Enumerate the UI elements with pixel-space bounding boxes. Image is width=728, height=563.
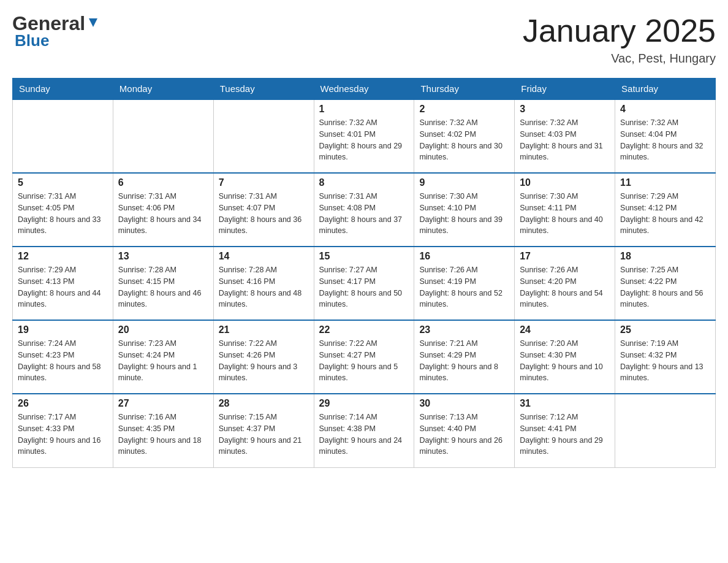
- logo-blue: Blue: [15, 31, 49, 50]
- calendar-cell: 31Sunrise: 7:12 AMSunset: 4:41 PMDayligh…: [515, 394, 615, 467]
- day-info: Sunrise: 7:22 AMSunset: 4:27 PMDaylight:…: [319, 338, 409, 384]
- day-number: 19: [18, 324, 108, 335]
- day-info: Sunrise: 7:12 AMSunset: 4:41 PMDaylight:…: [520, 412, 610, 458]
- day-info: Sunrise: 7:17 AMSunset: 4:33 PMDaylight:…: [18, 412, 108, 458]
- day-number: 31: [520, 398, 610, 409]
- day-number: 4: [620, 104, 710, 115]
- calendar-cell: 30Sunrise: 7:13 AMSunset: 4:40 PMDayligh…: [414, 394, 515, 467]
- day-number: 1: [319, 104, 409, 115]
- column-header-wednesday: Wednesday: [314, 79, 414, 100]
- column-header-tuesday: Tuesday: [213, 79, 314, 100]
- column-header-monday: Monday: [113, 79, 213, 100]
- day-info: Sunrise: 7:21 AMSunset: 4:29 PMDaylight:…: [419, 338, 509, 384]
- week-row-1: 1Sunrise: 7:32 AMSunset: 4:01 PMDaylight…: [13, 99, 716, 173]
- logo: General Blue: [12, 12, 100, 50]
- day-info: Sunrise: 7:14 AMSunset: 4:38 PMDaylight:…: [319, 412, 409, 458]
- calendar-cell: [13, 99, 113, 173]
- location: Vac, Pest, Hungary: [523, 52, 716, 66]
- calendar-cell: 11Sunrise: 7:29 AMSunset: 4:12 PMDayligh…: [615, 173, 716, 247]
- day-number: 30: [419, 398, 509, 409]
- calendar-cell: 26Sunrise: 7:17 AMSunset: 4:33 PMDayligh…: [13, 394, 113, 467]
- calendar-cell: 12Sunrise: 7:29 AMSunset: 4:13 PMDayligh…: [13, 247, 113, 320]
- calendar-cell: 22Sunrise: 7:22 AMSunset: 4:27 PMDayligh…: [314, 320, 414, 394]
- day-number: 18: [620, 251, 710, 262]
- calendar-cell: 9Sunrise: 7:30 AMSunset: 4:10 PMDaylight…: [414, 173, 515, 247]
- day-number: 20: [118, 324, 208, 335]
- calendar-cell: [213, 99, 314, 173]
- day-info: Sunrise: 7:27 AMSunset: 4:17 PMDaylight:…: [319, 264, 409, 310]
- day-number: 9: [419, 177, 509, 188]
- week-row-4: 19Sunrise: 7:24 AMSunset: 4:23 PMDayligh…: [13, 320, 716, 394]
- column-header-friday: Friday: [515, 79, 615, 100]
- day-info: Sunrise: 7:15 AMSunset: 4:37 PMDaylight:…: [219, 412, 309, 458]
- calendar-cell: [113, 99, 213, 173]
- day-number: 17: [520, 251, 610, 262]
- day-number: 5: [18, 177, 108, 188]
- day-info: Sunrise: 7:20 AMSunset: 4:30 PMDaylight:…: [520, 338, 610, 384]
- column-header-thursday: Thursday: [414, 79, 515, 100]
- day-number: 28: [219, 398, 309, 409]
- calendar-cell: 19Sunrise: 7:24 AMSunset: 4:23 PMDayligh…: [13, 320, 113, 394]
- day-info: Sunrise: 7:19 AMSunset: 4:32 PMDaylight:…: [620, 338, 710, 384]
- calendar-cell: 2Sunrise: 7:32 AMSunset: 4:02 PMDaylight…: [414, 99, 515, 173]
- day-number: 23: [419, 324, 509, 335]
- week-row-5: 26Sunrise: 7:17 AMSunset: 4:33 PMDayligh…: [13, 394, 716, 467]
- column-header-sunday: Sunday: [13, 79, 113, 100]
- day-number: 6: [118, 177, 208, 188]
- day-info: Sunrise: 7:32 AMSunset: 4:01 PMDaylight:…: [319, 117, 409, 163]
- day-info: Sunrise: 7:29 AMSunset: 4:13 PMDaylight:…: [18, 264, 108, 310]
- day-info: Sunrise: 7:23 AMSunset: 4:24 PMDaylight:…: [118, 338, 208, 384]
- column-header-saturday: Saturday: [615, 79, 716, 100]
- calendar-cell: 3Sunrise: 7:32 AMSunset: 4:03 PMDaylight…: [515, 99, 615, 173]
- day-info: Sunrise: 7:28 AMSunset: 4:16 PMDaylight:…: [219, 264, 309, 310]
- calendar-cell: 23Sunrise: 7:21 AMSunset: 4:29 PMDayligh…: [414, 320, 515, 394]
- day-info: Sunrise: 7:30 AMSunset: 4:11 PMDaylight:…: [520, 191, 610, 237]
- calendar-cell: 15Sunrise: 7:27 AMSunset: 4:17 PMDayligh…: [314, 247, 414, 320]
- day-info: Sunrise: 7:25 AMSunset: 4:22 PMDaylight:…: [620, 264, 710, 310]
- day-number: 16: [419, 251, 509, 262]
- day-number: 3: [520, 104, 610, 115]
- calendar-cell: 20Sunrise: 7:23 AMSunset: 4:24 PMDayligh…: [113, 320, 213, 394]
- day-info: Sunrise: 7:31 AMSunset: 4:07 PMDaylight:…: [219, 191, 309, 237]
- day-info: Sunrise: 7:28 AMSunset: 4:15 PMDaylight:…: [118, 264, 208, 310]
- day-number: 21: [219, 324, 309, 335]
- day-info: Sunrise: 7:24 AMSunset: 4:23 PMDaylight:…: [18, 338, 108, 384]
- calendar-cell: 7Sunrise: 7:31 AMSunset: 4:07 PMDaylight…: [213, 173, 314, 247]
- day-info: Sunrise: 7:26 AMSunset: 4:19 PMDaylight:…: [419, 264, 509, 310]
- calendar-table: SundayMondayTuesdayWednesdayThursdayFrid…: [12, 78, 716, 468]
- day-number: 22: [319, 324, 409, 335]
- calendar-cell: 13Sunrise: 7:28 AMSunset: 4:15 PMDayligh…: [113, 247, 213, 320]
- calendar-cell: 24Sunrise: 7:20 AMSunset: 4:30 PMDayligh…: [515, 320, 615, 394]
- day-info: Sunrise: 7:31 AMSunset: 4:06 PMDaylight:…: [118, 191, 208, 237]
- day-number: 10: [520, 177, 610, 188]
- calendar-cell: 8Sunrise: 7:31 AMSunset: 4:08 PMDaylight…: [314, 173, 414, 247]
- day-info: Sunrise: 7:31 AMSunset: 4:05 PMDaylight:…: [18, 191, 108, 237]
- calendar-cell: 27Sunrise: 7:16 AMSunset: 4:35 PMDayligh…: [113, 394, 213, 467]
- day-number: 26: [18, 398, 108, 409]
- calendar-cell: 16Sunrise: 7:26 AMSunset: 4:19 PMDayligh…: [414, 247, 515, 320]
- calendar-cell: 5Sunrise: 7:31 AMSunset: 4:05 PMDaylight…: [13, 173, 113, 247]
- day-info: Sunrise: 7:32 AMSunset: 4:04 PMDaylight:…: [620, 117, 710, 163]
- day-number: 7: [219, 177, 309, 188]
- day-number: 25: [620, 324, 710, 335]
- week-row-2: 5Sunrise: 7:31 AMSunset: 4:05 PMDaylight…: [13, 173, 716, 247]
- day-number: 14: [219, 251, 309, 262]
- calendar-cell: 4Sunrise: 7:32 AMSunset: 4:04 PMDaylight…: [615, 99, 716, 173]
- day-number: 8: [319, 177, 409, 188]
- calendar-cell: 25Sunrise: 7:19 AMSunset: 4:32 PMDayligh…: [615, 320, 716, 394]
- calendar-cell: 21Sunrise: 7:22 AMSunset: 4:26 PMDayligh…: [213, 320, 314, 394]
- day-info: Sunrise: 7:22 AMSunset: 4:26 PMDaylight:…: [219, 338, 309, 384]
- day-info: Sunrise: 7:26 AMSunset: 4:20 PMDaylight:…: [520, 264, 610, 310]
- day-info: Sunrise: 7:31 AMSunset: 4:08 PMDaylight:…: [319, 191, 409, 237]
- day-info: Sunrise: 7:30 AMSunset: 4:10 PMDaylight:…: [419, 191, 509, 237]
- day-info: Sunrise: 7:13 AMSunset: 4:40 PMDaylight:…: [419, 412, 509, 458]
- day-number: 15: [319, 251, 409, 262]
- calendar-cell: 18Sunrise: 7:25 AMSunset: 4:22 PMDayligh…: [615, 247, 716, 320]
- day-info: Sunrise: 7:29 AMSunset: 4:12 PMDaylight:…: [620, 191, 710, 237]
- svg-marker-0: [89, 18, 97, 27]
- day-info: Sunrise: 7:16 AMSunset: 4:35 PMDaylight:…: [118, 412, 208, 458]
- calendar-cell: 29Sunrise: 7:14 AMSunset: 4:38 PMDayligh…: [314, 394, 414, 467]
- day-number: 2: [419, 104, 509, 115]
- calendar-cell: 1Sunrise: 7:32 AMSunset: 4:01 PMDaylight…: [314, 99, 414, 173]
- calendar-cell: 28Sunrise: 7:15 AMSunset: 4:37 PMDayligh…: [213, 394, 314, 467]
